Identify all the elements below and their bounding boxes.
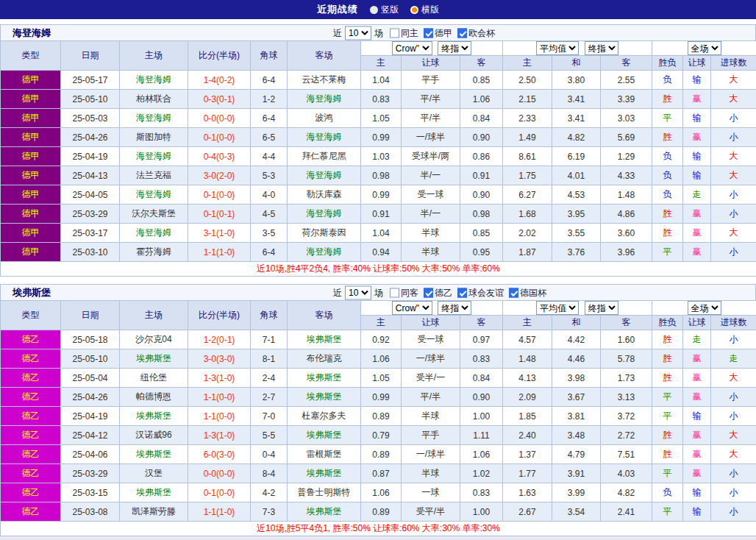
score-cell[interactable]: 1-3(1-0) xyxy=(188,426,251,445)
score-cell[interactable]: 1-4(0-2) xyxy=(188,71,251,90)
home-team-cell[interactable]: 凯泽斯劳滕 xyxy=(120,502,188,522)
away-team-cell[interactable]: 海登海姆 xyxy=(288,90,361,109)
away-team-cell[interactable]: 杜塞尔多夫 xyxy=(288,407,361,426)
checkbox-icon[interactable] xyxy=(424,28,433,38)
filter-option[interactable]: 德甲 xyxy=(424,26,452,39)
home-team-cell[interactable]: 埃弗斯堡 xyxy=(120,349,188,369)
home-team-cell[interactable]: 海登海姆 xyxy=(120,224,188,243)
home-team-cell[interactable]: 法兰克福 xyxy=(120,166,188,185)
home-team-cell[interactable]: 海登海姆 xyxy=(120,71,188,90)
euro-draw-cell: 3.41 xyxy=(552,109,601,128)
scope-select[interactable]: 全场 xyxy=(688,301,721,315)
checkbox-icon[interactable] xyxy=(457,28,467,38)
score-cell[interactable]: 3-1(1-0) xyxy=(188,224,251,243)
away-team-cell[interactable]: 埃弗斯堡 xyxy=(288,369,361,388)
result-cell: 胜 xyxy=(652,445,683,464)
score-cell[interactable]: 0-0(0-0) xyxy=(188,109,251,128)
result-cell: 胜 xyxy=(652,224,683,243)
handicap-result-cell: 赢 xyxy=(683,464,711,483)
odds-time-select[interactable]: 终指 xyxy=(438,41,471,55)
checkbox-icon[interactable] xyxy=(390,288,399,297)
away-team-cell[interactable]: 云达不莱梅 xyxy=(288,71,361,90)
home-team-cell[interactable]: 柏林联合 xyxy=(120,90,188,109)
away-team-cell[interactable]: 海登海姆 xyxy=(288,243,361,262)
league-cell: 德乙 xyxy=(1,483,61,502)
score-cell[interactable]: 0-3(0-1) xyxy=(188,90,251,109)
home-team-cell[interactable]: 埃弗斯堡 xyxy=(120,445,188,464)
away-team-cell[interactable]: 埃弗斯堡 xyxy=(288,426,361,445)
score-cell[interactable]: 1-1(0-0) xyxy=(188,388,251,407)
home-team-cell[interactable]: 汉堡 xyxy=(120,464,188,483)
score-cell[interactable]: 1-2(0-1) xyxy=(188,330,251,349)
away-team-cell[interactable]: 海登海姆 xyxy=(288,205,361,224)
home-team-cell[interactable]: 埃弗斯堡 xyxy=(120,483,188,502)
away-team-cell[interactable]: 埃弗斯堡 xyxy=(288,502,361,522)
layout-vertical-radio[interactable]: 竖版 xyxy=(370,4,399,16)
score-cell[interactable]: 1-1(1-0) xyxy=(188,243,251,262)
away-team-cell[interactable]: 埃弗斯堡 xyxy=(288,464,361,483)
euro-home-cell: 2.09 xyxy=(503,388,552,407)
score-cell[interactable]: 0-1(0-0) xyxy=(188,128,251,147)
home-team-cell[interactable]: 海登海姆 xyxy=(120,185,188,205)
odds-company-select[interactable]: Crow" xyxy=(392,301,432,315)
score-cell[interactable]: 0-1(0-0) xyxy=(188,185,251,205)
away-team-cell[interactable]: 海登海姆 xyxy=(288,128,361,147)
away-team-cell[interactable]: 普鲁士明斯特 xyxy=(288,483,361,502)
away-team-cell[interactable]: 波鸿 xyxy=(288,109,361,128)
away-team-cell[interactable]: 勒沃库森 xyxy=(288,185,361,205)
filter-option[interactable]: 德乙 xyxy=(424,286,452,299)
euro-average-select[interactable]: 平均值 xyxy=(536,41,579,55)
filter-option[interactable]: 德国杯 xyxy=(509,286,546,299)
score-cell[interactable]: 1-1(0-0) xyxy=(188,407,251,426)
home-team-cell[interactable]: 帕德博恩 xyxy=(120,388,188,407)
away-team-cell[interactable]: 埃弗斯堡 xyxy=(288,330,361,349)
score-cell[interactable]: 1-1(1-0) xyxy=(188,502,251,522)
filter-option[interactable]: 同主 xyxy=(390,26,418,39)
euro-time-select[interactable]: 终指 xyxy=(585,301,618,315)
home-team-cell[interactable]: 海登海姆 xyxy=(120,147,188,166)
euro-home-cell: 1.37 xyxy=(503,445,552,464)
filter-option[interactable]: 同客 xyxy=(390,286,418,299)
away-team-cell[interactable]: 埃弗斯堡 xyxy=(288,388,361,407)
home-team-cell[interactable]: 海登海姆 xyxy=(120,109,188,128)
away-team-cell[interactable]: 荷尔斯泰因 xyxy=(288,224,361,243)
checkbox-icon[interactable] xyxy=(457,288,467,297)
match-count-select[interactable]: 10 xyxy=(345,26,371,40)
home-team-cell[interactable]: 埃弗斯堡 xyxy=(120,407,188,426)
match-count-select[interactable]: 10 xyxy=(345,285,371,299)
away-team-cell[interactable]: 布伦瑞克 xyxy=(288,349,361,369)
away-team-cell[interactable]: 雷根斯堡 xyxy=(288,445,361,464)
score-cell[interactable]: 0-4(0-3) xyxy=(188,147,251,166)
away-team-cell[interactable]: 拜仁慕尼黑 xyxy=(288,147,361,166)
checkbox-icon[interactable] xyxy=(424,288,433,297)
home-team-cell[interactable]: 汉诺威96 xyxy=(120,426,188,445)
date-cell: 25-03-29 xyxy=(61,205,120,224)
score-cell[interactable]: 6-0(3-0) xyxy=(188,445,251,464)
score-cell[interactable]: 0-0(0-0) xyxy=(188,464,251,483)
odds-time-select[interactable]: 终指 xyxy=(438,301,471,315)
odds-company-select[interactable]: Crow" xyxy=(392,41,432,55)
goals-result-cell: 大 xyxy=(711,426,756,445)
home-team-cell[interactable]: 霍芬海姆 xyxy=(120,243,188,262)
filter-option[interactable]: 欧会杯 xyxy=(457,26,495,39)
layout-horizontal-radio[interactable]: 横版 xyxy=(410,4,439,16)
home-team-cell[interactable]: 沃尔夫斯堡 xyxy=(120,205,188,224)
away-team-cell[interactable]: 海登海姆 xyxy=(288,166,361,185)
home-team-cell[interactable]: 纽伦堡 xyxy=(120,369,188,388)
score-cell[interactable]: 1-3(1-0) xyxy=(188,369,251,388)
score-cell[interactable]: 0-1(0-0) xyxy=(188,483,251,502)
euro-draw-cell: 3.55 xyxy=(552,224,601,243)
euro-average-select[interactable]: 平均值 xyxy=(536,301,579,315)
checkbox-icon[interactable] xyxy=(390,28,399,38)
score-cell[interactable]: 3-0(2-0) xyxy=(188,166,251,185)
filter-option[interactable]: 球会友谊 xyxy=(457,286,504,299)
checkbox-icon[interactable] xyxy=(509,288,518,297)
score-cell[interactable]: 3-0(3-0) xyxy=(188,349,251,369)
scope-select[interactable]: 全场 xyxy=(688,41,721,55)
home-team-cell[interactable]: 斯图加特 xyxy=(120,128,188,147)
col-header-goals: 进球数 xyxy=(711,316,756,330)
home-team-cell[interactable]: 沙尔克04 xyxy=(120,330,188,349)
results-table: 类型 日期 主场 比分(半场) 角球 客场 Crow" 终指 平均值 终指 全场 xyxy=(0,40,756,277)
score-cell[interactable]: 0-1(0-1) xyxy=(188,205,251,224)
euro-time-select[interactable]: 终指 xyxy=(585,41,618,55)
